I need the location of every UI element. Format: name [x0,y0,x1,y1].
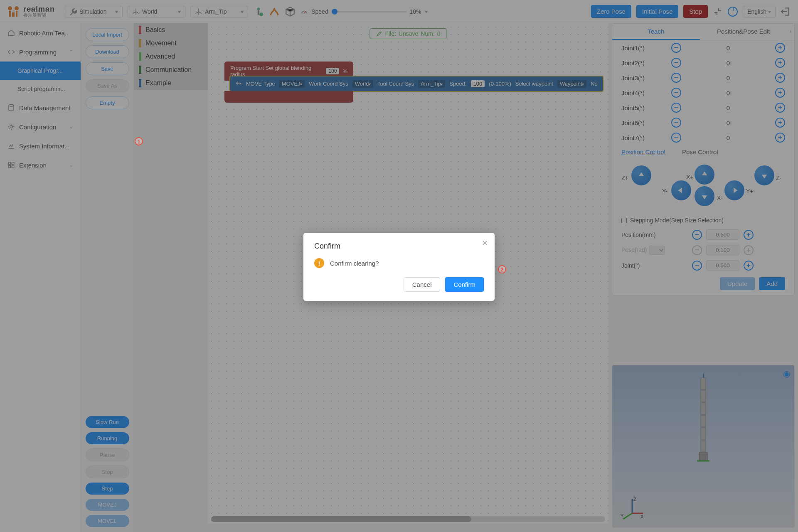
confirm-dialog: ✕ Confirm ! Confirm clearing? Cancel Con… [303,233,495,301]
dialog-title: Confirm [314,242,484,251]
close-icon[interactable]: ✕ [482,239,488,248]
dialog-cancel-button[interactable]: Cancel [404,277,441,292]
warning-icon: ! [314,258,324,268]
dialog-message: Confirm clearing? [330,260,379,267]
modal-overlay: ✕ Confirm ! Confirm clearing? Cancel Con… [0,0,798,532]
annotation-1: 1 [135,137,143,145]
annotation-2: 2 [498,265,506,273]
dialog-confirm-button[interactable]: Confirm [445,277,484,292]
